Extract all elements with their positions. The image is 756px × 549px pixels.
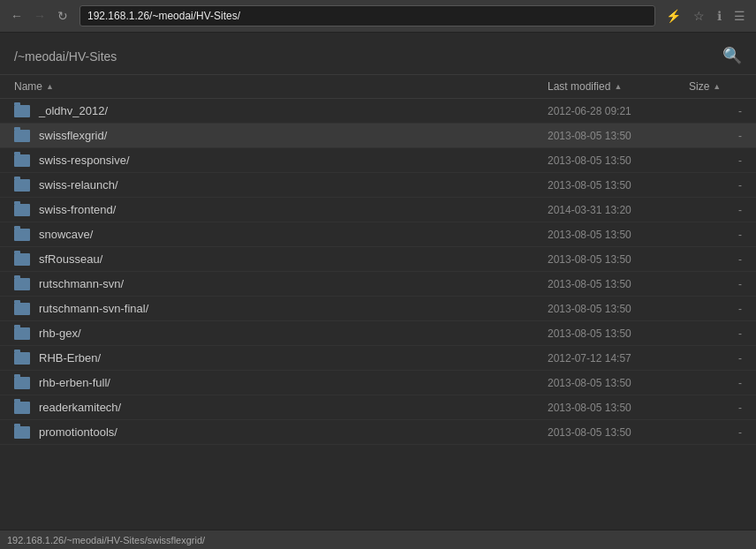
- file-size: -: [689, 229, 742, 241]
- status-url: 192.168.1.26/~meodai/HV-Sites/swissflexg…: [7, 535, 205, 545]
- file-modified: 2013-08-05 13:50: [548, 327, 689, 340]
- reload-button[interactable]: ↻: [53, 6, 72, 26]
- file-name-link[interactable]: swissflexgrid/: [39, 129, 548, 142]
- address-bar[interactable]: 192.168.1.26/~meodai/HV-Sites/: [79, 5, 655, 26]
- file-name-link[interactable]: _oldhv_2012/: [39, 104, 548, 117]
- folder-icon: [14, 105, 30, 117]
- col-name-label: Name: [14, 80, 42, 93]
- folder-icon: [14, 352, 30, 365]
- file-size: -: [689, 303, 742, 315]
- folder-icon: [14, 377, 30, 389]
- col-modified-label: Last modified: [548, 80, 610, 93]
- folder-icon: [14, 179, 30, 192]
- file-modified: 2013-08-05 13:50: [548, 402, 689, 414]
- file-name-link[interactable]: rhb-gex/: [39, 327, 548, 340]
- url-text: 192.168.1.26/~meodai/HV-Sites/: [87, 10, 240, 22]
- nav-buttons: ← → ↻: [7, 6, 72, 26]
- file-size: -: [689, 204, 742, 216]
- table-row[interactable]: _oldhv_2012/ 2012-06-28 09:21 -: [0, 99, 756, 124]
- file-list: _oldhv_2012/ 2012-06-28 09:21 - swissfle…: [0, 99, 756, 445]
- page-title-text: /~meodai/HV-Sites: [14, 49, 117, 64]
- col-name-header[interactable]: Name ▲: [14, 80, 548, 93]
- table-row[interactable]: promotiontools/ 2013-08-05 13:50 -: [0, 420, 756, 445]
- file-name-link[interactable]: snowcave/: [39, 228, 548, 241]
- browser-chrome: ← → ↻ 192.168.1.26/~meodai/HV-Sites/ ⚡ ☆…: [0, 0, 756, 33]
- page-title: /~meodai/HV-Sites: [14, 45, 117, 65]
- table-row[interactable]: snowcave/ 2013-08-05 13:50 -: [0, 222, 756, 247]
- status-bar: 192.168.1.26/~meodai/HV-Sites/swissflexg…: [0, 530, 756, 549]
- file-name-link[interactable]: sfRousseau/: [39, 252, 548, 266]
- file-size: -: [689, 352, 742, 365]
- file-modified: 2013-08-05 13:50: [548, 154, 689, 167]
- file-modified: 2013-08-05 13:50: [548, 426, 689, 439]
- file-name-link[interactable]: rhb-erben-full/: [39, 376, 548, 389]
- file-size: -: [689, 327, 742, 340]
- name-sort-icon: ▲: [46, 82, 54, 91]
- file-size: -: [689, 402, 742, 414]
- file-name-link[interactable]: promotiontools/: [39, 425, 548, 439]
- folder-icon: [14, 278, 30, 290]
- table-row[interactable]: rhb-gex/ 2013-08-05 13:50 -: [0, 321, 756, 346]
- file-modified: 2013-08-05 13:50: [548, 303, 689, 315]
- file-name-link[interactable]: swiss-frontend/: [39, 203, 548, 216]
- folder-icon: [14, 204, 30, 216]
- file-modified: 2013-08-05 13:50: [548, 278, 689, 290]
- bookmark-icon[interactable]: ☆: [690, 7, 708, 25]
- folder-icon: [14, 154, 30, 167]
- table-row[interactable]: swissflexgrid/ 2013-08-05 13:50 -: [0, 124, 756, 148]
- menu-icon[interactable]: ☰: [730, 7, 749, 25]
- table-row[interactable]: rutschmann-svn/ 2013-08-05 13:50 -: [0, 272, 756, 297]
- file-size: -: [689, 105, 742, 117]
- file-size: -: [689, 377, 742, 389]
- folder-icon: [14, 327, 30, 340]
- file-modified: 2014-03-31 13:20: [548, 204, 689, 216]
- table-row[interactable]: swiss-relaunch/ 2013-08-05 13:50 -: [0, 173, 756, 198]
- table-row[interactable]: swiss-frontend/ 2014-03-31 13:20 -: [0, 198, 756, 222]
- folder-icon: [14, 426, 30, 439]
- file-modified: 2013-08-05 13:50: [548, 229, 689, 241]
- file-size: -: [689, 179, 742, 192]
- page-content: /~meodai/HV-Sites 🔍 Name ▲ Last modified…: [0, 33, 756, 529]
- search-icon[interactable]: 🔍: [722, 46, 742, 65]
- file-name-link[interactable]: RHB-Erben/: [39, 351, 548, 365]
- file-size: -: [689, 278, 742, 290]
- file-name-link[interactable]: swiss-responsive/: [39, 154, 548, 167]
- table-row[interactable]: sfRousseau/ 2013-08-05 13:50 -: [0, 247, 756, 272]
- column-headers: Name ▲ Last modified ▲ Size ▲: [0, 75, 756, 99]
- table-row[interactable]: rutschmann-svn-final/ 2013-08-05 13:50 -: [0, 297, 756, 321]
- col-size-header[interactable]: Size ▲: [689, 80, 742, 93]
- modified-sort-icon: ▲: [614, 82, 622, 91]
- file-size: -: [689, 154, 742, 167]
- file-name-link[interactable]: rutschmann-svn/: [39, 277, 548, 290]
- file-size: -: [689, 426, 742, 439]
- col-size-label: Size: [689, 80, 709, 93]
- file-modified: 2012-07-12 14:57: [548, 352, 689, 365]
- folder-icon: [14, 402, 30, 414]
- info-icon[interactable]: ℹ: [714, 7, 725, 25]
- file-name-link[interactable]: readerkamitech/: [39, 401, 548, 414]
- file-modified: 2012-06-28 09:21: [548, 105, 689, 117]
- table-row[interactable]: readerkamitech/ 2013-08-05 13:50 -: [0, 395, 756, 420]
- file-size: -: [689, 130, 742, 142]
- col-modified-header[interactable]: Last modified ▲: [548, 80, 689, 93]
- folder-icon: [14, 303, 30, 315]
- back-button[interactable]: ←: [7, 6, 26, 26]
- size-sort-icon: ▲: [713, 82, 721, 91]
- file-name-link[interactable]: rutschmann-svn-final/: [39, 302, 548, 315]
- table-row[interactable]: swiss-responsive/ 2013-08-05 13:50 -: [0, 148, 756, 173]
- page-header: /~meodai/HV-Sites 🔍: [0, 33, 756, 75]
- browser-toolbar: ← → ↻ 192.168.1.26/~meodai/HV-Sites/ ⚡ ☆…: [0, 0, 756, 32]
- bookmark-star-icon[interactable]: ⚡: [662, 7, 684, 25]
- folder-icon: [14, 130, 30, 142]
- file-modified: 2013-08-05 13:50: [548, 253, 689, 266]
- file-size: -: [689, 253, 742, 266]
- toolbar-icons: ⚡ ☆ ℹ ☰: [662, 7, 749, 25]
- folder-icon: [14, 253, 30, 266]
- file-modified: 2013-08-05 13:50: [548, 179, 689, 192]
- file-name-link[interactable]: swiss-relaunch/: [39, 178, 548, 192]
- forward-button[interactable]: →: [30, 6, 49, 26]
- file-modified: 2013-08-05 13:50: [548, 130, 689, 142]
- file-modified: 2013-08-05 13:50: [548, 377, 689, 389]
- table-row[interactable]: rhb-erben-full/ 2013-08-05 13:50 -: [0, 371, 756, 395]
- table-row[interactable]: RHB-Erben/ 2012-07-12 14:57 -: [0, 346, 756, 371]
